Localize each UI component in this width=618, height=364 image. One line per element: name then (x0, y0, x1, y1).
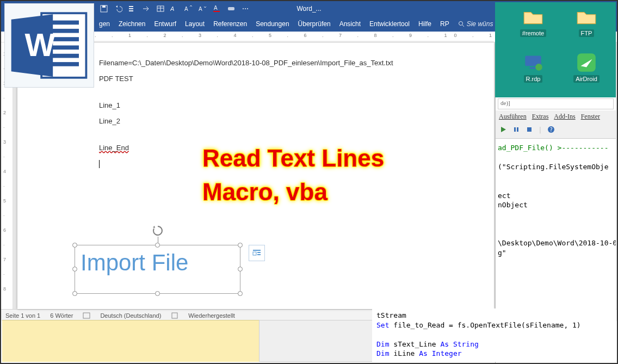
svg-text:A: A (170, 5, 174, 12)
svg-rect-15 (129, 6, 133, 7)
tab-hilfe[interactable]: Hilfe (414, 17, 436, 31)
font-decrease-icon[interactable]: A (198, 4, 208, 14)
desktop-background: #remote FTP R.rdp AirDroid (495, 2, 616, 97)
touch-mode-icon[interactable] (141, 4, 151, 14)
table-icon[interactable] (156, 4, 165, 14)
status-words[interactable]: 6 Wörter (50, 312, 73, 319)
svg-rect-16 (129, 8, 133, 9)
more-icon[interactable] (240, 4, 250, 14)
folder-icon (522, 5, 545, 28)
text-cursor (99, 160, 100, 168)
wordart-text[interactable]: Import File (75, 245, 240, 280)
document-name: Word_... (296, 5, 321, 13)
status-language[interactable]: Deutsch (Deutschland) (100, 312, 161, 319)
tab-ansicht[interactable]: Ansicht (335, 17, 365, 31)
tab-zeichnen[interactable]: Zeichnen (114, 17, 150, 31)
svg-rect-1 (49, 21, 79, 25)
doc-line-2: Line_2 (99, 117, 412, 125)
svg-point-11 (535, 64, 542, 71)
break-icon[interactable] (512, 125, 521, 134)
vba-toolbar: Ausführen Extras Add-Ins Fenster | ? (496, 110, 616, 139)
tab-einfugen[interactable]: gen (95, 17, 114, 31)
tab-entwurf[interactable]: Entwurf (150, 17, 181, 31)
status-page[interactable]: Seite 1 von 1 (5, 312, 40, 319)
vba-title-fragment: de)] (498, 98, 614, 109)
font-size-icon[interactable]: A (170, 4, 180, 14)
monitor-icon (522, 51, 545, 74)
vba-code-pane[interactable]: ad_PDF_File() >----------- ("Scripting.F… (496, 139, 616, 260)
secondary-panel (259, 320, 373, 362)
svg-rect-33 (253, 252, 256, 255)
resize-handle[interactable] (72, 243, 77, 248)
resize-handle[interactable] (155, 291, 160, 296)
resize-handle[interactable] (72, 291, 77, 296)
svg-point-30 (459, 22, 462, 26)
desktop-icon-remote[interactable]: #remote (511, 5, 555, 37)
desktop-icon-ftp[interactable]: FTP (565, 5, 608, 37)
svg-rect-34 (257, 252, 261, 253)
status-recovered[interactable]: Wiederhergestellt (188, 312, 235, 319)
font-color-icon[interactable]: A (212, 4, 222, 14)
doc-line-1: Line_1 (99, 101, 412, 109)
svg-text:?: ? (549, 127, 553, 133)
desktop-icon-rdp[interactable]: R.rdp (511, 51, 555, 83)
run-icon[interactable] (499, 125, 508, 134)
resize-handle[interactable] (155, 243, 160, 248)
tab-rp[interactable]: RP (436, 17, 454, 31)
resize-handle[interactable] (238, 291, 243, 296)
word-app-logo: W (4, 3, 94, 88)
svg-rect-17 (129, 10, 133, 11)
airdroid-icon (575, 51, 598, 74)
doc-line-filename: Filename=C:\_Daten\Desktop\Demo\Word\201… (99, 59, 412, 67)
wordart-textbox[interactable]: Import File (75, 245, 240, 294)
desktop-label: AirDroid (573, 75, 600, 83)
tell-me-search[interactable]: Sie wüns (454, 20, 498, 28)
search-icon (458, 21, 465, 27)
svg-text:A: A (184, 6, 188, 12)
status-spellcheck-icon[interactable] (83, 312, 90, 319)
svg-text:W: W (25, 27, 55, 63)
desktop-label: R.rdp (524, 75, 543, 83)
desktop-label: FTP (579, 29, 595, 37)
resize-handle[interactable] (238, 267, 243, 272)
tab-entwicklertools[interactable]: Entwicklertool (365, 17, 414, 31)
svg-rect-23 (213, 11, 220, 12)
desktop-icon-airdroid[interactable]: AirDroid (565, 51, 608, 83)
tab-sendungen[interactable]: Sendungen (251, 17, 293, 31)
svg-rect-42 (514, 127, 516, 132)
vba-code-bottom[interactable]: tStream Set file_to_Read = fs.OpenTextFi… (372, 309, 616, 362)
svg-rect-44 (527, 127, 532, 132)
vba-menu-run[interactable]: Ausführen (499, 113, 527, 121)
help-icon[interactable]: ? (547, 125, 555, 134)
tab-layout[interactable]: Layout (181, 17, 209, 31)
svg-point-27 (247, 8, 248, 9)
vba-menu-addins[interactable]: Add-Ins (554, 113, 575, 121)
doc-line-pdftest: PDF TEST (99, 75, 412, 83)
svg-text:A: A (199, 6, 202, 12)
svg-rect-36 (83, 313, 90, 318)
undo-icon[interactable] (113, 4, 123, 14)
resize-handle[interactable] (238, 243, 243, 248)
tell-me-label: Sie wüns (467, 20, 493, 28)
svg-rect-24 (228, 7, 234, 10)
vba-menu-window[interactable]: Fenster (581, 113, 600, 121)
desktop-label: #remote (520, 29, 546, 37)
folder-icon (575, 5, 598, 28)
resize-handle[interactable] (72, 267, 77, 272)
vba-menu-extras[interactable]: Extras (532, 113, 549, 121)
reset-icon[interactable] (525, 125, 534, 134)
svg-point-26 (245, 8, 246, 9)
highlight-icon[interactable] (226, 4, 236, 14)
svg-point-25 (243, 8, 244, 9)
redo-dropdown-icon[interactable] (127, 4, 137, 14)
save-icon[interactable] (99, 4, 109, 14)
tab-referenzen[interactable]: Referenzen (209, 17, 251, 31)
svg-rect-35 (257, 254, 261, 255)
svg-rect-43 (517, 127, 518, 132)
svg-rect-14 (102, 5, 106, 8)
tab-uberprufen[interactable]: Überprüfen (294, 17, 335, 31)
svg-rect-37 (172, 313, 177, 318)
layout-options-button[interactable] (249, 245, 265, 261)
font-increase-icon[interactable]: A (184, 4, 194, 14)
status-macro-icon[interactable] (171, 312, 178, 319)
